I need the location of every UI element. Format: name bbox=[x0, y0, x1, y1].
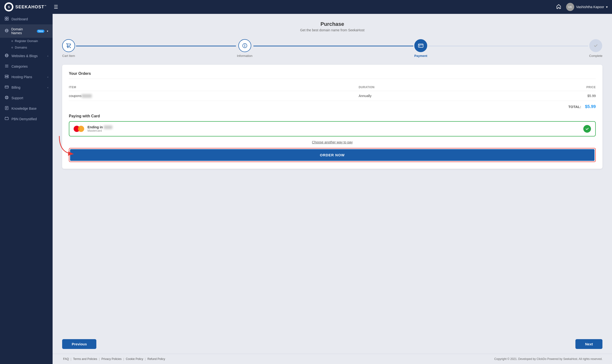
col-header-item: ITEM bbox=[69, 84, 359, 91]
svg-point-18 bbox=[7, 77, 8, 78]
billing-chevron: ‹ bbox=[47, 86, 48, 89]
sidebar-label-dashboard: Dashboard bbox=[12, 17, 28, 21]
menu-icon[interactable]: ☰ bbox=[54, 4, 58, 10]
card-number-blurred: 1234 bbox=[104, 126, 112, 129]
sidebar-label-billing: Billing bbox=[12, 86, 20, 89]
sidebar-label-register-domain: Register Domain bbox=[15, 39, 38, 43]
svg-rect-2 bbox=[5, 17, 6, 18]
order-now-button[interactable]: ORDER NOW bbox=[70, 149, 595, 161]
order-total-row: TOTAL: $5.99 bbox=[69, 101, 596, 109]
orders-card-title: Your Orders bbox=[69, 71, 596, 79]
svg-rect-14 bbox=[5, 67, 8, 67]
order-item-name: coupons bbox=[69, 91, 359, 101]
choose-payment-link[interactable]: Choose another way to pay bbox=[69, 140, 596, 144]
domain-names-icon bbox=[4, 29, 9, 33]
sidebar-label-hosting: Hosting Plans bbox=[12, 75, 32, 79]
order-item-blurred bbox=[81, 94, 92, 98]
order-item-duration: Annually bbox=[359, 91, 490, 101]
payment-card-item: Ending in 1234 Mastercard bbox=[69, 121, 596, 136]
svg-rect-5 bbox=[7, 19, 8, 20]
svg-rect-12 bbox=[5, 65, 8, 65]
user-chevron-icon: ▾ bbox=[606, 5, 608, 9]
sidebar-item-hosting-plans[interactable]: Hosting Plans ‹ bbox=[0, 72, 52, 82]
sidebar-item-billing[interactable]: Billing ‹ bbox=[0, 82, 52, 93]
order-btn-wrapper: ORDER NOW bbox=[69, 148, 596, 162]
col-header-duration: DURATION bbox=[359, 84, 490, 91]
svg-rect-37 bbox=[418, 44, 423, 47]
sidebar-item-knowledge-base[interactable]: Knowledge Base bbox=[0, 103, 52, 114]
orders-table: ITEM DURATION PRICE coupons Annually $ bbox=[69, 84, 596, 101]
footer-link-terms[interactable]: Terms and Policies bbox=[73, 357, 97, 361]
register-domain-dot bbox=[12, 40, 13, 42]
sidebar-item-categories[interactable]: Categories bbox=[0, 61, 52, 72]
footer-link-faq[interactable]: FAQ bbox=[63, 357, 69, 361]
svg-rect-39 bbox=[419, 46, 420, 46]
home-icon[interactable] bbox=[556, 4, 561, 10]
footer-link-refund[interactable]: Refund Policy bbox=[147, 357, 165, 361]
sidebar-label-domain-names: Domain Names bbox=[11, 27, 33, 35]
sidebar-item-register-domain[interactable]: Register Domain bbox=[0, 38, 52, 44]
avatar: VK bbox=[566, 3, 574, 11]
step-line-2 bbox=[253, 46, 413, 46]
step-circle-complete bbox=[589, 39, 602, 52]
dashboard-icon bbox=[4, 17, 9, 22]
domain-names-chevron: ▾ bbox=[47, 30, 48, 33]
card-selected-checkmark bbox=[583, 125, 591, 133]
sidebar-item-domain-names[interactable]: Domain Names New ▾ bbox=[0, 24, 52, 38]
user-menu[interactable]: VK Vashishtha Kapoor ▾ bbox=[566, 3, 608, 11]
paying-label: Paying with Card bbox=[69, 114, 596, 118]
footer-link-privacy[interactable]: Privacy Policies bbox=[101, 357, 121, 361]
step-complete: Complete bbox=[589, 39, 602, 58]
svg-rect-3 bbox=[7, 17, 8, 18]
app-body: Dashboard Domain Names New ▾ Register Do… bbox=[0, 14, 612, 364]
sidebar-item-websites-blogs[interactable]: Websites & Blogs ‹ bbox=[0, 51, 52, 61]
step-circle-cart bbox=[62, 39, 75, 52]
step-label-info: Information bbox=[237, 54, 252, 58]
step-label-cart: Cart Item bbox=[62, 54, 75, 58]
sidebar-item-dashboard[interactable]: Dashboard bbox=[0, 14, 52, 24]
step-circle-payment bbox=[414, 39, 427, 52]
svg-rect-19 bbox=[5, 86, 8, 88]
sidebar-label-domains: Domains bbox=[15, 46, 27, 49]
step-label-complete: Complete bbox=[589, 54, 602, 58]
sidebar-label-support: Support bbox=[12, 96, 23, 100]
step-circle-info bbox=[238, 39, 251, 52]
logo[interactable]: S SEEKAHOST™ bbox=[4, 2, 47, 12]
support-icon bbox=[4, 96, 9, 100]
next-button[interactable]: Next bbox=[575, 339, 602, 349]
card-info: Ending in 1234 Mastercard bbox=[88, 125, 580, 132]
footer-copyright: Copyright © 2021. Developed by ClickDo P… bbox=[494, 357, 602, 361]
previous-button[interactable]: Previous bbox=[62, 339, 96, 349]
categories-icon bbox=[4, 64, 9, 69]
page-subtitle: Get the best domain name from SeekaHost bbox=[62, 28, 602, 32]
main-content: Purchase Get the best domain name from S… bbox=[52, 14, 612, 337]
svg-text:S: S bbox=[8, 5, 10, 9]
order-item-price: $5.99 bbox=[490, 91, 596, 101]
step-line-1 bbox=[76, 46, 236, 46]
topbar: S SEEKAHOST™ ☰ VK Vashishtha Kapoor ▾ bbox=[0, 0, 612, 14]
step-label-payment: Payment bbox=[414, 54, 427, 58]
col-header-price: PRICE bbox=[490, 84, 596, 91]
table-row: coupons Annually $5.99 bbox=[69, 91, 596, 101]
user-name: Vashishtha Kapoor bbox=[576, 5, 604, 9]
sidebar-label-pbn: PBN Demystified bbox=[12, 117, 37, 121]
logo-text: SEEKAHOST™ bbox=[15, 5, 47, 10]
mastercard-icon bbox=[74, 125, 84, 132]
svg-point-17 bbox=[7, 76, 8, 76]
svg-rect-13 bbox=[5, 66, 8, 66]
knowledge-base-icon bbox=[4, 106, 9, 111]
card-ending: Ending in 1234 bbox=[88, 125, 580, 129]
card-type: Mastercard bbox=[88, 129, 580, 132]
sidebar-item-domains[interactable]: Domains bbox=[0, 44, 52, 51]
logo-icon: S bbox=[4, 2, 13, 12]
main: Purchase Get the best domain name from S… bbox=[52, 14, 612, 364]
sidebar-item-support[interactable]: Support bbox=[0, 93, 52, 103]
billing-icon bbox=[4, 85, 9, 90]
sidebar-item-pbn-demystified[interactable]: PBN Demystified bbox=[0, 114, 52, 124]
domains-dot bbox=[12, 47, 13, 48]
footer-link-cookie[interactable]: Cookie Policy bbox=[126, 357, 143, 361]
nav-buttons: Previous Next bbox=[52, 337, 612, 354]
sidebar-label-knowledge-base: Knowledge Base bbox=[12, 107, 37, 110]
page-header: Purchase Get the best domain name from S… bbox=[62, 21, 602, 32]
logo-tm: ™ bbox=[44, 5, 47, 7]
